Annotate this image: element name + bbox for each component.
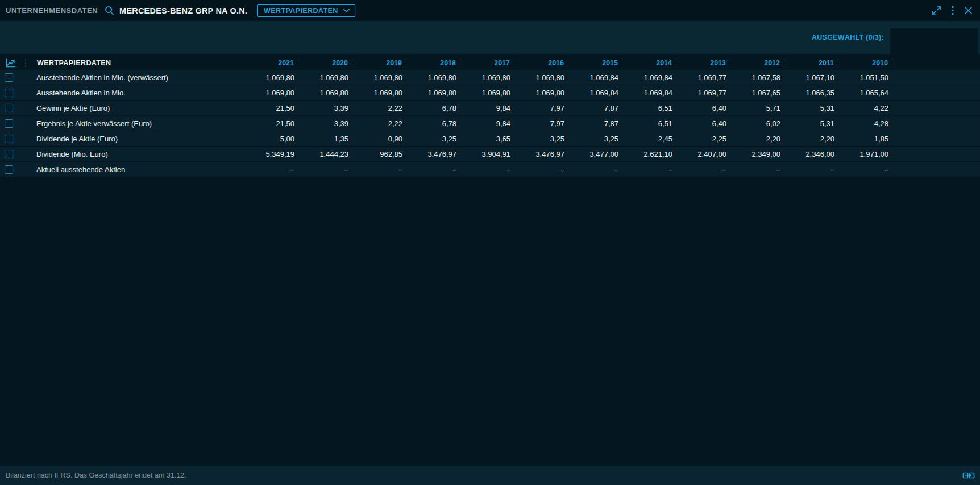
row-value: 3,25 <box>568 135 622 143</box>
row-label: Dividende je Aktie (Euro) <box>25 135 244 143</box>
row-value: 0,90 <box>352 135 406 143</box>
row-value: 4,28 <box>838 119 892 128</box>
row-value: 1.065,64 <box>838 89 892 97</box>
row-select-checkbox[interactable] <box>5 104 13 112</box>
row-value: 7,97 <box>514 119 568 128</box>
row-value: 1.069,77 <box>676 73 730 82</box>
row-value: 3.477,00 <box>568 150 622 158</box>
window-actions <box>931 5 973 16</box>
table-row: Gewinn je Aktie (Euro)21,503,392,226,789… <box>0 101 980 116</box>
row-value: 3,65 <box>460 135 514 143</box>
dataset-dropdown[interactable]: WERTPAPIERDATEN <box>257 4 355 17</box>
row-value: 2,22 <box>352 119 406 128</box>
row-select-checkbox[interactable] <box>5 135 13 143</box>
row-label: Ergebnis je Aktie verwässert (Euro) <box>25 119 244 128</box>
table-title-header: WERTPAPIERDATEN <box>25 59 244 67</box>
row-label: Ausstehende Aktien in Mio. <box>25 89 244 97</box>
row-value: 2.346,00 <box>784 150 838 158</box>
row-label: Gewinn je Aktie (Euro) <box>25 104 244 112</box>
selected-count-label: AUSGEWÄHLT (0/3): <box>812 34 884 41</box>
row-value: 2,22 <box>352 104 406 112</box>
row-value: 6,51 <box>622 104 676 112</box>
row-value: 2.621,10 <box>622 150 676 158</box>
table-row: Ausstehende Aktien in Mio.1.069,801.069,… <box>0 85 980 101</box>
row-value: -- <box>406 165 460 174</box>
checkbox-cell <box>0 150 25 158</box>
row-value: 7,97 <box>514 104 568 112</box>
row-value: 1.067,10 <box>784 73 838 82</box>
row-select-checkbox[interactable] <box>5 165 13 174</box>
row-value: 1.069,80 <box>352 73 406 82</box>
row-value: 1.069,84 <box>622 89 676 97</box>
row-value: 4,22 <box>838 104 892 112</box>
row-select-checkbox[interactable] <box>5 73 13 82</box>
row-value: 1.444,23 <box>298 150 352 158</box>
year-column-header: 2021 <box>244 58 298 68</box>
row-value: 1.069,80 <box>514 73 568 82</box>
row-value: 6,78 <box>406 119 460 128</box>
row-select-checkbox[interactable] <box>5 119 13 128</box>
table-row: Dividende je Aktie (Euro)5,001,350,903,2… <box>0 131 980 147</box>
footer-bar: Bilanziert nach IFRS. Das Geschäftsjahr … <box>0 466 980 485</box>
row-value: 1.069,80 <box>514 89 568 97</box>
row-value: -- <box>676 165 730 174</box>
year-column-header: 2010 <box>838 58 892 68</box>
row-value: 1.069,80 <box>406 73 460 82</box>
row-value: 962,85 <box>352 150 406 158</box>
row-value: 1.051,50 <box>838 73 892 82</box>
accounting-note: Bilanziert nach IFRS. Das Geschäftsjahr … <box>6 471 186 479</box>
row-value: 1.069,80 <box>460 73 514 82</box>
row-value: 1.066,35 <box>784 89 838 97</box>
year-column-header: 2015 <box>568 58 622 68</box>
table-row: Aktuell ausstehende Aktien--------------… <box>0 162 980 177</box>
row-value: -- <box>784 165 838 174</box>
kebab-menu-icon[interactable] <box>951 5 954 16</box>
link-windows-icon[interactable] <box>962 471 975 479</box>
checkbox-cell <box>0 119 25 128</box>
row-value: 1.069,77 <box>676 89 730 97</box>
row-value: 2.349,00 <box>730 150 784 158</box>
row-value: -- <box>298 165 352 174</box>
row-value: 2,45 <box>622 135 676 143</box>
row-value: 3,39 <box>298 119 352 128</box>
row-value: -- <box>838 165 892 174</box>
row-value: 1.069,80 <box>406 89 460 97</box>
row-value: 1.069,80 <box>298 89 352 97</box>
row-value: -- <box>622 165 676 174</box>
row-value: 1.067,65 <box>730 89 784 97</box>
row-select-checkbox[interactable] <box>5 89 13 97</box>
row-value: 3,39 <box>298 104 352 112</box>
year-column-header: 2013 <box>676 58 730 68</box>
year-column-header: 2020 <box>298 58 352 68</box>
table-header-row: WERTPAPIERDATEN 202120202019201820172016… <box>0 56 980 70</box>
close-icon[interactable] <box>964 6 973 15</box>
table-body: Ausstehende Aktien in Mio. (verwässert)1… <box>0 70 980 177</box>
row-value: 1,35 <box>298 135 352 143</box>
year-column-header: 2018 <box>406 58 460 68</box>
checkbox-cell <box>0 135 25 143</box>
table-row: Dividende (Mio. Euro)5.349,191.444,23962… <box>0 147 980 162</box>
year-column-header: 2011 <box>784 58 838 68</box>
row-value: 3.904,91 <box>460 150 514 158</box>
row-value: -- <box>568 165 622 174</box>
expand-icon[interactable] <box>931 5 942 16</box>
table-row: Ausstehende Aktien in Mio. (verwässert)1… <box>0 70 980 85</box>
row-label: Dividende (Mio. Euro) <box>25 150 244 158</box>
row-value: -- <box>514 165 568 174</box>
row-value: 3,25 <box>406 135 460 143</box>
selection-slot <box>890 28 978 54</box>
row-value: 5,31 <box>784 104 838 112</box>
row-value: 3.476,97 <box>406 150 460 158</box>
search-icon[interactable] <box>103 5 115 16</box>
row-value: 1.069,84 <box>568 89 622 97</box>
year-column-header: 2014 <box>622 58 676 68</box>
row-value: 2,25 <box>676 135 730 143</box>
row-value: 1,85 <box>838 135 892 143</box>
row-select-checkbox[interactable] <box>5 150 13 158</box>
company-search-value[interactable]: MERCEDES-BENZ GRP NA O.N. <box>119 6 247 15</box>
row-value: 1.069,80 <box>298 73 352 82</box>
top-bar: UNTERNEHMENSDATEN MERCEDES-BENZ GRP NA O… <box>0 0 980 21</box>
row-value: 6,40 <box>676 104 730 112</box>
row-value: 9,84 <box>460 104 514 112</box>
row-value: 1.067,58 <box>730 73 784 82</box>
